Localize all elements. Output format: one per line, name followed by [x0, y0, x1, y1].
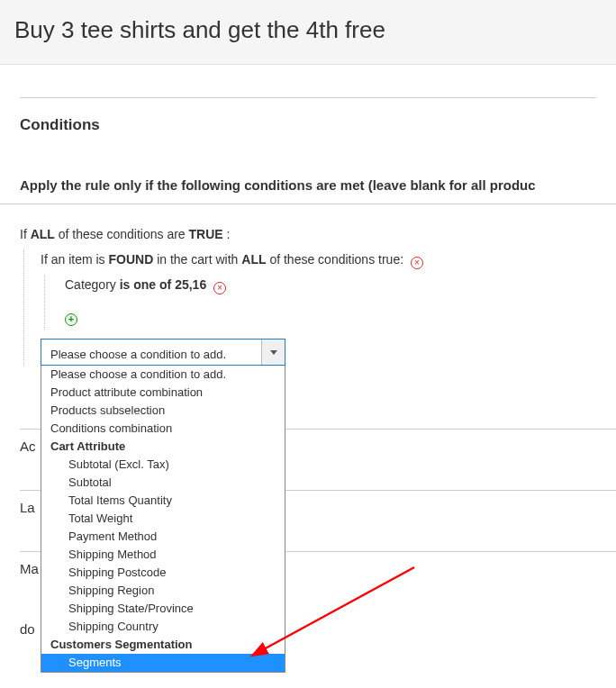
add-icon[interactable]: + [65, 313, 77, 326]
dropdown-option[interactable]: Shipping Region [41, 582, 285, 600]
dropdown-option[interactable]: Conditions combination [41, 420, 285, 438]
dropdown-option: Cart Attribute [41, 438, 285, 456]
rule-root-aggregator[interactable]: ALL [31, 227, 55, 241]
dropdown-option[interactable]: Shipping Method [41, 546, 285, 564]
chevron-down-icon [270, 350, 277, 355]
rule-root: If ALL of these conditions are TRUE : [20, 224, 616, 246]
dropdown-option[interactable]: Shipping Postcode [41, 564, 285, 582]
found-word[interactable]: FOUND [108, 252, 153, 267]
rule-found-line: If an item is FOUND in the cart with ALL… [41, 249, 616, 271]
dropdown-option[interactable]: Shipping State/Province [41, 600, 285, 618]
content-area: Conditions Apply the rule only if the fo… [0, 97, 616, 637]
dropdown-option[interactable]: Products subselection [41, 402, 285, 420]
dropdown-option[interactable]: Subtotal [41, 474, 285, 492]
dropdown-option[interactable]: Shipping Country [41, 618, 285, 636]
dropdown-option[interactable]: Total Weight [41, 510, 285, 528]
category-value[interactable]: 25,16 [175, 277, 206, 292]
page-title: Buy 3 tee shirts and get the 4th free [14, 16, 602, 44]
category-operator[interactable]: is one of [120, 277, 172, 292]
found-suffix: of these conditions true: [267, 252, 407, 267]
dropdown-option[interactable]: Payment Method [41, 528, 285, 546]
conditions-heading: Conditions [20, 116, 616, 134]
condition-select[interactable]: Please choose a condition to add. [41, 339, 285, 366]
condition-select-toggle[interactable] [261, 339, 285, 365]
dropdown-option[interactable]: Subtotal (Excl. Tax) [41, 456, 285, 474]
rule-root-mid: of these conditions are [55, 227, 189, 241]
category-line: Category is one of 25,16 × [65, 275, 616, 296]
condition-select-label: Please choose a condition to add. [41, 339, 261, 365]
apply-caption: Apply the rule only if the following con… [20, 177, 616, 193]
rule-root-value[interactable]: TRUE [189, 227, 223, 241]
dropdown-option[interactable]: Total Items Quantity [41, 492, 285, 510]
condition-select-wrap: Please choose a condition to add. Please… [41, 339, 285, 366]
dropdown-option: Customers Segmentation [41, 636, 285, 654]
found-mid: in the cart with [153, 252, 241, 267]
rule-sub-1: If an item is FOUND in the cart with ALL… [23, 249, 616, 366]
remove-icon[interactable]: × [411, 257, 423, 269]
rule-root-suffix: : [223, 227, 231, 241]
rule-sub-2: Category is one of 25,16 × + [44, 275, 616, 330]
rule-tree: If ALL of these conditions are TRUE : If… [0, 204, 616, 366]
section-divider [20, 97, 596, 98]
rule-root-prefix: If [20, 227, 31, 241]
dropdown-option[interactable]: Please choose a condition to add. [41, 366, 285, 384]
dropdown-option[interactable]: Segments [41, 654, 285, 672]
add-condition-row: + [65, 308, 616, 330]
dropdown-option[interactable]: Product attribute combination [41, 384, 285, 402]
category-label: Category [65, 277, 120, 292]
found-all[interactable]: ALL [241, 252, 266, 267]
condition-dropdown[interactable]: Please choose a condition to add.Product… [41, 366, 285, 673]
header-bar: Buy 3 tee shirts and get the 4th free [0, 0, 616, 65]
remove-icon[interactable]: × [213, 282, 226, 294]
found-prefix: If an item is [41, 252, 108, 267]
